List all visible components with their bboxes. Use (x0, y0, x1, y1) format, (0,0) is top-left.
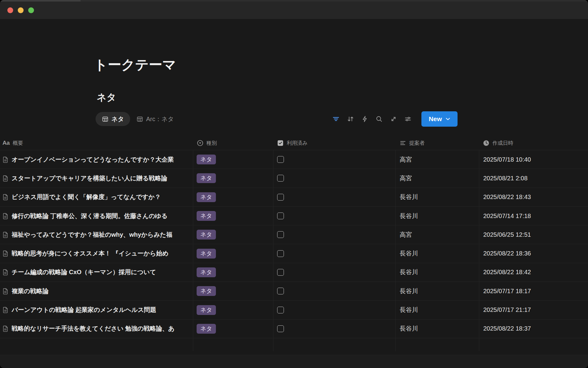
row-title[interactable]: オープンイノベーションってどうなったんですか？大企業 (12, 155, 174, 164)
used-checkbox[interactable] (277, 288, 284, 294)
proposer-cell[interactable]: 高宮 (396, 150, 479, 169)
type-tag: ネタ (197, 192, 216, 202)
type-cell[interactable]: ネタ (193, 207, 273, 225)
created-cell[interactable]: 2025/08/22 18:37 (479, 320, 588, 338)
zoom-window-button[interactable] (28, 7, 34, 13)
type-cell[interactable]: ネタ (193, 282, 273, 300)
overview-cell[interactable]: 複業の戦略論 (0, 282, 193, 300)
row-title[interactable]: 修行の戦略論 丁稚奉公、深く潜る期間。佐藤さんのゆる (12, 212, 168, 220)
created-cell[interactable]: 2025/07/17 21:17 (479, 301, 588, 319)
used-cell[interactable] (273, 207, 396, 225)
row-title[interactable]: バーンアウトの戦略論 起業家のメンタルヘルス問題 (12, 306, 156, 314)
column-header-used[interactable]: 利用済み (273, 136, 396, 150)
search-icon[interactable] (375, 115, 383, 123)
overview-cell[interactable]: スタートアップでキャリアを構築したい人に贈る戦略論 (0, 169, 193, 187)
used-checkbox[interactable] (277, 213, 284, 219)
type-tag: ネタ (197, 155, 216, 164)
column-header-created[interactable]: 作成日時 (479, 136, 588, 150)
used-checkbox[interactable] (277, 269, 284, 276)
proposer-cell[interactable]: 長谷川 (396, 320, 479, 338)
proposer-cell[interactable]: 長谷川 (396, 301, 479, 319)
table-header-row: Aa 概要 種別 利用済み (0, 136, 588, 150)
filter-icon[interactable] (332, 115, 340, 123)
expand-icon[interactable] (390, 115, 397, 123)
view-settings-icon[interactable] (404, 115, 412, 123)
proposer-cell[interactable]: 長谷川 (396, 282, 479, 300)
tab-label: Arc：ネタ (146, 115, 174, 123)
overview-cell[interactable]: チーム編成の戦略論 CxO（キーマン）採用について (0, 263, 193, 282)
minimize-window-button[interactable] (18, 7, 24, 13)
used-checkbox[interactable] (277, 194, 284, 201)
title-property-icon: Aa (2, 140, 9, 146)
created-cell[interactable]: 2025/08/21 2:08 (479, 169, 588, 187)
used-cell[interactable] (273, 282, 396, 300)
type-cell[interactable]: ネタ (193, 150, 273, 169)
overview-cell[interactable]: オープンイノベーションってどうなったんですか？大企業 (0, 150, 193, 169)
close-window-button[interactable] (7, 7, 13, 13)
type-tag: ネタ (197, 173, 216, 183)
overview-cell[interactable]: 福祉やってみてどうですか？福祉のwhy、whyからみた福 (0, 225, 193, 244)
overview-cell[interactable]: 戦略的なリサーチ手法を教えてください 勉強の戦略論、あ (0, 320, 193, 338)
type-cell[interactable]: ネタ (193, 225, 273, 244)
used-checkbox[interactable] (277, 175, 284, 182)
new-button-label: New (429, 115, 442, 123)
created-cell[interactable]: 2025/06/25 12:51 (479, 225, 588, 244)
row-title[interactable]: スタートアップでキャリアを構築したい人に贈る戦略論 (12, 174, 167, 182)
table-row: 福祉やってみてどうですか？福祉のwhy、whyからみた福 ネタ 高宮 2025/… (0, 225, 588, 244)
overview-cell[interactable]: 戦略的思考が身につくオススメ本！ 『イシューから始め (0, 244, 193, 263)
row-title[interactable]: ビジネス用語でよく聞く「解像度」ってなんですか？ (12, 193, 161, 201)
type-cell[interactable]: ネタ (193, 301, 273, 319)
created-cell[interactable]: 2025/07/14 17:18 (479, 207, 588, 225)
used-checkbox[interactable] (277, 307, 284, 313)
new-row-area[interactable] (0, 338, 588, 351)
used-cell[interactable] (273, 301, 396, 319)
row-title[interactable]: 福祉やってみてどうですか？福祉のwhy、whyからみた福 (12, 231, 172, 239)
created-cell[interactable]: 2025/07/18 10:40 (479, 150, 588, 169)
created-cell[interactable]: 2025/08/22 18:36 (479, 244, 588, 263)
used-cell[interactable] (273, 244, 396, 263)
used-checkbox[interactable] (277, 231, 284, 238)
created-value: 2025/07/17 21:17 (483, 306, 531, 313)
type-cell[interactable]: ネタ (193, 263, 273, 282)
created-cell[interactable]: 2025/08/22 18:43 (479, 188, 588, 206)
used-cell[interactable] (273, 320, 396, 338)
type-cell[interactable]: ネタ (193, 244, 273, 263)
overview-cell[interactable]: バーンアウトの戦略論 起業家のメンタルヘルス問題 (0, 301, 193, 319)
proposer-cell[interactable]: 長谷川 (396, 207, 479, 225)
proposer-cell[interactable]: 長谷川 (396, 263, 479, 282)
new-button[interactable]: New (421, 111, 458, 127)
used-cell[interactable] (273, 188, 396, 206)
used-checkbox[interactable] (277, 250, 284, 257)
used-checkbox[interactable] (277, 156, 284, 163)
proposer-cell[interactable]: 長谷川 (396, 188, 479, 206)
type-cell[interactable]: ネタ (193, 169, 273, 187)
clock-icon (483, 140, 489, 146)
row-title[interactable]: 戦略的思考が身につくオススメ本！ 『イシューから始め (12, 249, 168, 258)
created-cell[interactable]: 2025/07/17 18:17 (479, 282, 588, 300)
overview-cell[interactable]: 修行の戦略論 丁稚奉公、深く潜る期間。佐藤さんのゆる (0, 207, 193, 225)
column-header-type[interactable]: 種別 (193, 136, 273, 150)
proposer-cell[interactable]: 高宮 (396, 225, 479, 244)
proposer-cell[interactable]: 長谷川 (396, 244, 479, 263)
used-cell[interactable] (273, 150, 396, 169)
column-header-overview[interactable]: Aa 概要 (0, 136, 193, 150)
row-title[interactable]: 複業の戦略論 (12, 287, 48, 295)
used-cell[interactable] (273, 169, 396, 187)
row-title[interactable]: 戦略的なリサーチ手法を教えてください 勉強の戦略論、あ (12, 324, 175, 333)
row-title[interactable]: チーム編成の戦略論 CxO（キーマン）採用について (12, 268, 156, 276)
sort-icon[interactable] (347, 115, 354, 123)
type-cell[interactable]: ネタ (193, 320, 273, 338)
tab-arc-neta[interactable]: Arc：ネタ (136, 112, 174, 126)
used-checkbox[interactable] (277, 325, 284, 332)
column-header-proposer[interactable]: 提案者 (396, 136, 479, 150)
type-cell[interactable]: ネタ (193, 188, 273, 206)
overview-cell[interactable]: ビジネス用語でよく聞く「解像度」ってなんですか？ (0, 188, 193, 206)
proposer-value: 高宮 (400, 155, 412, 164)
table-row: 戦略的なリサーチ手法を教えてください 勉強の戦略論、あ ネタ 長谷川 2025/… (0, 320, 588, 338)
automations-icon[interactable] (361, 115, 368, 123)
created-cell[interactable]: 2025/08/22 18:42 (479, 263, 588, 282)
proposer-cell[interactable]: 高宮 (396, 169, 479, 187)
used-cell[interactable] (273, 225, 396, 244)
tab-neta[interactable]: ネタ (96, 112, 130, 126)
used-cell[interactable] (273, 263, 396, 282)
